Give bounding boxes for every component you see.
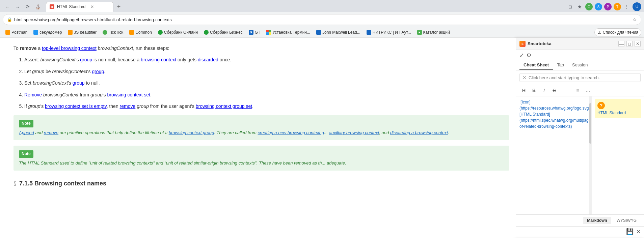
reload-button[interactable]: ⟳ bbox=[23, 2, 32, 11]
extension-icon-1[interactable]: G bbox=[585, 3, 593, 10]
editor-text[interactable]: ![Icon](https://resources.whatwg.org/log… bbox=[519, 100, 589, 129]
new-tab-button[interactable]: + bbox=[114, 2, 124, 11]
footer-tab-wysiwyg[interactable]: WYSIWYG bbox=[613, 217, 641, 224]
tab-session[interactable]: Session bbox=[568, 60, 592, 70]
bcs-empty-link[interactable]: browsing context set is empty bbox=[45, 103, 107, 109]
format-strikethrough-button[interactable]: S bbox=[550, 86, 559, 95]
extension-icon-4[interactable]: T bbox=[614, 3, 621, 10]
smartoteka-panel: S Smartoteka — ◻ ✕ ⤢ ⚙ Cheat Sheet Tab bbox=[516, 38, 644, 237]
bookmark-ustanovka[interactable]: Установка Термин... bbox=[264, 28, 313, 36]
reading-list-button[interactable]: 🕮 Список для чтения bbox=[594, 28, 641, 36]
panel-toolbar: ⤢ ⚙ bbox=[516, 50, 644, 60]
bookmark-sber-biz[interactable]: Сбербанк Бизнес bbox=[201, 28, 245, 36]
card-question-icon: ? bbox=[597, 102, 605, 109]
panel-restore-button[interactable]: ◻ bbox=[626, 41, 633, 47]
discarded-link[interactable]: discarded bbox=[198, 57, 218, 62]
format-more-button[interactable]: … bbox=[584, 86, 592, 95]
nav-forward-button[interactable]: → bbox=[13, 2, 22, 11]
browsing-context-set-link[interactable]: browsing context set bbox=[107, 92, 150, 97]
bookmark-catalog[interactable]: ■ Каталог акций bbox=[414, 28, 453, 36]
card-link[interactable]: HTML Standard bbox=[597, 111, 626, 115]
remove-link-note[interactable]: remove bbox=[44, 130, 58, 135]
bookmark-gt[interactable]: G GT bbox=[246, 28, 263, 36]
reading-list-label: Список для чтения bbox=[603, 30, 638, 35]
bookmark-postman[interactable]: Postman bbox=[3, 28, 30, 36]
bcgs-link[interactable]: browsing context group set bbox=[196, 103, 252, 109]
note-label-1: Note bbox=[19, 120, 33, 127]
bookmark-sekundomer[interactable]: секундомер bbox=[31, 28, 64, 36]
bookmarks-bar: Postman секундомер JS beautifier TickTic… bbox=[0, 27, 644, 38]
bcg-link[interactable]: browsing context group bbox=[169, 130, 214, 135]
panel-titlebar: S Smartoteka — ◻ ✕ bbox=[516, 38, 644, 50]
note-card: ? HTML Standard bbox=[595, 99, 641, 118]
settings-icon[interactable]: ⚙ bbox=[527, 52, 531, 58]
save-icon[interactable]: 💾 bbox=[626, 228, 634, 235]
search-x-icon[interactable]: ✕ bbox=[522, 75, 527, 80]
note-text-2: The HTML Standard used to define "unit o… bbox=[19, 160, 504, 167]
scrollbar-thumb[interactable] bbox=[589, 103, 591, 144]
discarding-link[interactable]: discarding a browsing context bbox=[390, 130, 448, 135]
tab-close-icon[interactable]: ✕ bbox=[89, 4, 95, 9]
format-bold-button[interactable]: B bbox=[530, 86, 538, 95]
list-item: Set browsingContext's group to null. bbox=[24, 79, 509, 87]
expand-icon[interactable]: ⤢ bbox=[519, 52, 524, 58]
panel-close-button[interactable]: ✕ bbox=[635, 41, 641, 47]
address-bar-row: 🔒 html.spec.whatwg.org/multipage/browser… bbox=[0, 12, 644, 27]
home-button[interactable]: ⛪ bbox=[33, 2, 43, 11]
url-text[interactable]: html.spec.whatwg.org/multipage/browsers.… bbox=[14, 17, 630, 22]
section-heading: § 7.1.5 Browsing context names bbox=[14, 179, 509, 188]
address-bar[interactable]: 🔒 html.spec.whatwg.org/multipage/browser… bbox=[3, 14, 641, 25]
tab-tab[interactable]: Tab bbox=[553, 60, 568, 70]
card-panel: ? HTML Standard bbox=[592, 96, 644, 214]
bookmark-nitriks[interactable]: НИТРИКС | ИТ Аут... bbox=[364, 28, 414, 36]
group-link-2[interactable]: group bbox=[92, 69, 104, 74]
extension-icon-2[interactable]: S bbox=[595, 3, 602, 10]
format-hr-button[interactable]: — bbox=[562, 86, 570, 95]
format-h-button[interactable]: H bbox=[519, 86, 528, 95]
bookmark-ticktick[interactable]: TickTick bbox=[100, 28, 126, 36]
panel-body: ![Icon](https://resources.whatwg.org/log… bbox=[516, 96, 644, 214]
tab-cheat-sheet[interactable]: Cheat Sheet bbox=[519, 60, 553, 70]
remove-link-2[interactable]: remove bbox=[120, 103, 136, 109]
note-text-1: Append and remove are primitive operatio… bbox=[19, 129, 504, 137]
user-avatar[interactable]: U bbox=[633, 2, 641, 11]
editor-area: ![Icon](https://resources.whatwg.org/log… bbox=[516, 96, 592, 214]
search-input[interactable] bbox=[529, 75, 638, 80]
footer-tab-markdown[interactable]: Markdown bbox=[583, 217, 611, 224]
auxiliary-link[interactable]: auxiliary browsing context bbox=[329, 130, 379, 135]
remove-link[interactable]: Remove bbox=[24, 92, 42, 97]
cast-icon[interactable]: ⊡ bbox=[566, 3, 574, 10]
bookmark-common-label: Common bbox=[135, 30, 152, 35]
bookmark-url-icon[interactable]: ☆ bbox=[633, 17, 637, 22]
close-icon[interactable]: ✕ bbox=[636, 229, 641, 235]
note-box-2: Note The HTML Standard used to define "u… bbox=[14, 146, 509, 171]
bookmark-jsbeautifier[interactable]: JS beautifier bbox=[65, 28, 99, 36]
panel-title: S Smartoteka bbox=[519, 41, 552, 47]
group-link-1[interactable]: group bbox=[80, 57, 92, 62]
editor-scrollbar[interactable] bbox=[589, 96, 592, 214]
bookmark-maxwell[interactable]: John Maxwell Lead... bbox=[314, 28, 363, 36]
bookmark-star-icon[interactable]: ★ bbox=[576, 3, 583, 10]
active-tab[interactable]: H HTML Standard ✕ bbox=[46, 2, 113, 12]
extension-icon-3[interactable]: P bbox=[604, 3, 612, 10]
browsing-context-link-1[interactable]: browsing context bbox=[141, 57, 176, 62]
format-italic-button[interactable]: I bbox=[540, 86, 548, 95]
more-extensions-icon[interactable]: ⋮ bbox=[623, 3, 630, 10]
panel-minimize-button[interactable]: — bbox=[618, 41, 624, 47]
bookmark-sber-online[interactable]: Сбербанк Онлайн bbox=[155, 28, 200, 36]
editor-content[interactable]: ![Icon](https://resources.whatwg.org/log… bbox=[516, 96, 589, 214]
append-link[interactable]: Append bbox=[19, 130, 34, 135]
note-box-1: Note Append and remove are primitive ope… bbox=[14, 115, 509, 140]
browser-extensions: ⊡ ★ G S P T ⋮ U bbox=[566, 2, 641, 11]
format-list-button[interactable]: ≡ bbox=[573, 86, 582, 95]
creating-link[interactable]: creating a new browsing context g bbox=[258, 130, 324, 135]
panel-search-bar[interactable]: ✕ bbox=[519, 73, 641, 82]
web-content: To remove a top-level browsing context b… bbox=[0, 38, 516, 237]
panel-title-text: Smartoteka bbox=[528, 41, 552, 46]
group-link-3[interactable]: group bbox=[73, 80, 85, 86]
tab-bar: ← → ⟳ ⛪ H HTML Standard ✕ + ⊡ ★ G S P T … bbox=[0, 0, 644, 12]
bookmark-common[interactable]: Common bbox=[127, 28, 155, 36]
top-level-link[interactable]: top-level browsing context bbox=[42, 46, 97, 51]
section-title: 7.1.5 Browsing context names bbox=[19, 179, 106, 188]
nav-back-button[interactable]: ← bbox=[3, 2, 12, 11]
